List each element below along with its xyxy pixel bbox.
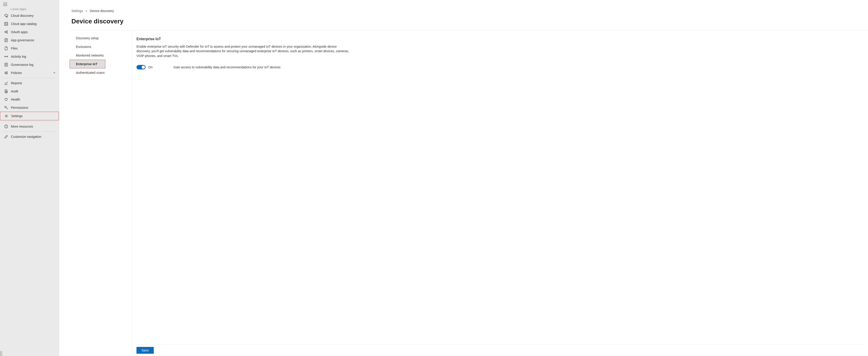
sidebar-item-label: Permissions — [11, 106, 56, 109]
sidebar-item-more-resources[interactable]: More resources — [0, 122, 59, 131]
breadcrumb: Settings Device discovery — [59, 0, 868, 13]
sidebar-item-label: App governance — [11, 38, 56, 42]
svg-point-10 — [7, 31, 7, 32]
save-button[interactable]: Save — [136, 347, 154, 354]
health-icon — [4, 97, 8, 102]
governance-log-icon — [4, 63, 8, 67]
svg-point-27 — [5, 73, 6, 73]
detail-panel: Enterprise IoT Enable enterprise IoT sec… — [132, 31, 868, 356]
svg-line-13 — [6, 32, 7, 33]
reports-icon — [4, 81, 8, 85]
sidebar-item-activity-log[interactable]: Activity log — [0, 52, 59, 61]
svg-point-18 — [5, 56, 5, 57]
subnav: Discovery setup Exclusions Monitored net… — [70, 31, 132, 356]
sidebar-item-label: Settings — [11, 114, 56, 118]
subnav-item-discovery-setup[interactable]: Discovery setup — [70, 34, 132, 42]
hamburger-icon — [3, 3, 7, 6]
subnav-item-enterprise-iot[interactable]: Enterprise IoT — [70, 60, 105, 68]
section-description: Enable enterprise IoT security with Defe… — [136, 44, 350, 58]
sidebar-item-label: Reports — [11, 81, 56, 85]
sidebar-item-customize-navigation[interactable]: Customize navigation — [0, 133, 59, 141]
sidebar-item-permissions[interactable]: Permissions — [0, 104, 59, 112]
breadcrumb-root[interactable]: Settings — [71, 9, 83, 13]
sidebar-item-label: OAuth apps — [11, 30, 56, 34]
sidebar: Cloud apps Cloud discovery Cloud app cat… — [0, 0, 59, 356]
cloud-discovery-icon — [4, 13, 8, 18]
svg-point-37 — [6, 126, 6, 126]
sidebar-item-files[interactable]: Files — [0, 44, 59, 52]
sidebar-item-label: Activity log — [11, 55, 56, 58]
sidebar-item-label: Cloud discovery — [11, 14, 56, 17]
hamburger-menu[interactable] — [0, 1, 59, 8]
footer-bar: Save — [136, 345, 863, 356]
sidebar-item-oauth-apps[interactable]: OAuth apps — [0, 28, 59, 36]
enterprise-iot-toggle[interactable] — [136, 65, 146, 69]
sidebar-item-label: Policies — [11, 71, 53, 75]
svg-point-29 — [7, 74, 7, 74]
subnav-item-authenticated-scans[interactable]: Authenticated scans — [70, 68, 132, 77]
main-content: Settings Device discovery Device discove… — [59, 0, 868, 356]
svg-point-31 — [6, 91, 7, 92]
nav-divider — [3, 121, 56, 121]
scrollbar-thumb[interactable] — [0, 351, 2, 356]
sidebar-item-reports[interactable]: Reports — [0, 79, 59, 87]
governance-icon — [4, 38, 8, 42]
svg-point-11 — [7, 32, 7, 33]
svg-point-19 — [7, 56, 8, 57]
content-row: Discovery setup Exclusions Monitored net… — [70, 30, 868, 356]
sidebar-item-label: Customize navigation — [11, 135, 56, 139]
toggle-knob — [142, 66, 145, 69]
breadcrumb-current: Device discovery — [90, 9, 114, 13]
sidebar-item-label: More resources — [11, 124, 56, 128]
chevron-right-icon — [85, 9, 88, 13]
sidebar-item-policies[interactable]: Policies — [0, 69, 59, 77]
sidebar-item-label: Cloud app catalog — [11, 22, 56, 26]
svg-line-12 — [6, 31, 7, 32]
sidebar-item-app-governance[interactable]: App governance — [0, 36, 59, 44]
sidebar-item-governance-log[interactable]: Governance log — [0, 61, 59, 69]
permissions-icon — [4, 106, 8, 110]
policies-icon — [4, 71, 8, 75]
svg-rect-8 — [7, 24, 8, 26]
svg-rect-6 — [7, 22, 8, 23]
svg-rect-7 — [5, 24, 6, 26]
svg-point-25 — [7, 72, 7, 72]
activity-icon — [4, 55, 8, 59]
sidebar-item-label: Health — [11, 98, 56, 101]
toggle-state-label: On — [148, 65, 153, 69]
nav-divider — [3, 78, 56, 78]
svg-rect-5 — [5, 22, 6, 23]
svg-point-34 — [6, 115, 7, 117]
sidebar-item-health[interactable]: Health — [0, 95, 59, 104]
section-title: Enterprise IoT — [136, 37, 863, 41]
svg-point-9 — [5, 32, 6, 33]
files-icon — [4, 46, 8, 50]
toggle-row: On Gain access to vulnerability data and… — [136, 65, 863, 69]
sidebar-item-label: Governance log — [11, 63, 56, 67]
edit-icon — [4, 135, 8, 139]
sidebar-item-audit[interactable]: Audit — [0, 87, 59, 95]
gear-icon — [4, 114, 8, 118]
chevron-down-icon — [53, 71, 56, 75]
page-title: Device discovery — [59, 13, 868, 30]
sidebar-item-label: Files — [11, 46, 56, 50]
audit-icon — [4, 89, 8, 93]
svg-line-4 — [7, 17, 8, 18]
sidebar-item-cloud-discovery[interactable]: Cloud discovery — [0, 11, 59, 20]
sidebar-truncated-item: Cloud apps — [0, 8, 59, 11]
catalog-icon — [4, 22, 8, 26]
subnav-item-exclusions[interactable]: Exclusions — [70, 42, 132, 51]
info-icon — [4, 124, 8, 129]
oauth-icon — [4, 30, 8, 34]
toggle-description: Gain access to vulnerability data and re… — [174, 65, 281, 69]
svg-line-32 — [7, 92, 7, 93]
sidebar-item-label: Audit — [11, 90, 56, 93]
sidebar-item-settings[interactable]: Settings — [0, 112, 59, 120]
sidebar-item-cloud-app-catalog[interactable]: Cloud app catalog — [0, 20, 59, 28]
subnav-item-monitored-networks[interactable]: Monitored networks — [70, 51, 132, 60]
